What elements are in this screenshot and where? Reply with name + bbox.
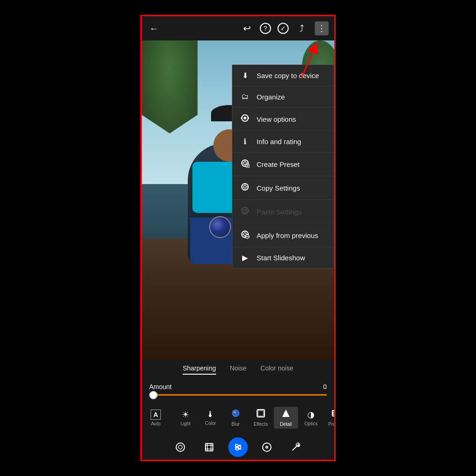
tool-label-detail: Detail (280, 422, 292, 427)
menu-label-organize: Organize (257, 93, 285, 101)
back-button[interactable]: ← (147, 22, 160, 35)
svg-point-40 (178, 445, 182, 449)
adjust-button[interactable] (228, 437, 248, 457)
share-button[interactable]: ⤴ (295, 22, 308, 35)
auto-icon: A (151, 410, 161, 420)
menu-item-organize[interactable]: 🗂 Organize (232, 86, 334, 107)
menu-label-paste-settings: Paste Settings (257, 208, 302, 216)
svg-point-57 (298, 445, 300, 447)
svg-line-55 (292, 444, 299, 450)
heal-button[interactable] (286, 437, 305, 457)
tool-effects[interactable]: Effects (249, 407, 273, 429)
tab-sharpening[interactable]: Sharpening (183, 364, 216, 375)
info-icon: ℹ (240, 137, 250, 146)
color-icon: 🌡 (206, 410, 215, 419)
check-button[interactable]: ✓ (278, 23, 289, 34)
menu-label-create-preset: Create Preset (257, 160, 300, 168)
svg-point-14 (244, 185, 246, 188)
svg-point-33 (234, 411, 236, 413)
light-icon: ☀ (182, 410, 189, 420)
copy-settings-icon (240, 182, 250, 193)
effects-icon (256, 409, 265, 420)
svg-point-32 (233, 411, 238, 416)
svg-point-39 (176, 443, 185, 451)
slider-track[interactable] (149, 394, 327, 396)
app-container: ← ↩ ? ✓ ⤴ ⋮ (140, 15, 336, 461)
bottom-icons-row (142, 434, 334, 460)
slideshow-icon: ▶ (240, 253, 250, 262)
menu-item-info-rating[interactable]: ℹ Info and rating (232, 131, 334, 152)
create-preset-icon (240, 159, 250, 170)
menu-label-start-slideshow: Start Slideshow (257, 254, 305, 262)
menu-item-apply-previous[interactable]: Apply from previous (232, 224, 334, 247)
svg-point-1 (244, 117, 246, 119)
svg-point-20 (244, 209, 246, 212)
detail-icon (281, 409, 291, 420)
header-right: ↩ ? ✓ ⤴ ⋮ (240, 21, 329, 35)
menu-item-create-preset[interactable]: Create Preset (232, 152, 334, 176)
optics-icon: ◑ (307, 410, 315, 420)
svg-point-5 (244, 162, 246, 165)
menu-label-apply-previous: Apply from previous (257, 231, 318, 239)
tool-optics[interactable]: ◑ Optics (299, 408, 323, 428)
dropdown-menu: ⬇ Save copy to device 🗂 Organize View op… (232, 65, 334, 269)
tool-color[interactable]: 🌡 Color (198, 408, 223, 428)
bottom-panel: Sharpening Noise Color noise Amount 0 A … (142, 360, 334, 434)
svg-point-54 (266, 447, 267, 448)
slider-section: Amount 0 (142, 379, 334, 404)
svg-point-19 (242, 207, 248, 214)
tool-profiles[interactable]: Profiles (324, 407, 334, 429)
tabs-row: Sharpening Noise Color noise (142, 364, 334, 375)
slider-thumb[interactable] (149, 391, 158, 399)
svg-rect-35 (258, 410, 264, 416)
svg-point-50 (238, 446, 241, 449)
view-options-icon (240, 113, 250, 125)
tool-label-profiles: Profiles (328, 422, 334, 427)
profiles-icon (331, 409, 334, 420)
crop-button[interactable] (199, 437, 219, 457)
menu-label-save-copy: Save copy to device (257, 72, 319, 79)
svg-point-13 (242, 184, 248, 190)
help-button[interactable]: ? (260, 23, 271, 34)
amount-value: 0 (323, 383, 327, 390)
svg-point-49 (236, 444, 238, 447)
tool-detail[interactable]: Detail (274, 407, 298, 429)
tool-label-optics: Optics (304, 421, 317, 426)
svg-point-51 (236, 448, 238, 450)
menu-label-copy-settings: Copy Settings (257, 184, 300, 192)
photo-area: ⬇ Save copy to device 🗂 Organize View op… (142, 40, 334, 360)
lens-left (209, 216, 231, 238)
save-copy-icon: ⬇ (240, 71, 250, 80)
slider-label-row: Amount 0 (149, 383, 327, 390)
menu-item-paste-settings: Paste Settings (232, 200, 334, 224)
menu-item-view-options[interactable]: View options (232, 107, 334, 131)
undo-button[interactable]: ↩ (240, 22, 253, 35)
header: ← ↩ ? ✓ ⤴ ⋮ (142, 16, 334, 40)
tool-label-light: Light (180, 421, 191, 426)
tool-label-blur: Blur (231, 422, 240, 427)
tool-label-auto: Auto (151, 421, 161, 426)
selective-button[interactable] (257, 437, 277, 457)
tool-blur[interactable]: Blur (224, 407, 248, 429)
menu-item-start-slideshow[interactable]: ▶ Start Slideshow (232, 247, 334, 268)
tools-row: A Auto ☀ Light 🌡 Color (142, 404, 334, 431)
menu-label-view-options: View options (257, 115, 296, 123)
menu-item-save-copy[interactable]: ⬇ Save copy to device (232, 65, 334, 86)
tab-color-noise[interactable]: Color noise (260, 364, 293, 375)
menu-item-copy-settings[interactable]: Copy Settings (232, 176, 334, 200)
organize-icon: 🗂 (240, 93, 250, 101)
tool-light[interactable]: ☀ Light (173, 408, 198, 428)
menu-label-info-rating: Info and rating (257, 138, 301, 145)
amount-label: Amount (149, 383, 172, 390)
svg-rect-38 (333, 412, 334, 415)
tool-label-color: Color (205, 421, 216, 426)
presets-button[interactable] (171, 437, 190, 457)
svg-rect-41 (205, 443, 213, 451)
menu-button[interactable]: ⋮ (315, 21, 329, 35)
header-left: ← (147, 22, 160, 35)
tool-auto[interactable]: A Auto (144, 408, 168, 428)
blur-icon (231, 409, 240, 420)
tree-left (142, 40, 198, 133)
paste-settings-icon (240, 206, 250, 217)
tab-noise[interactable]: Noise (230, 364, 247, 375)
